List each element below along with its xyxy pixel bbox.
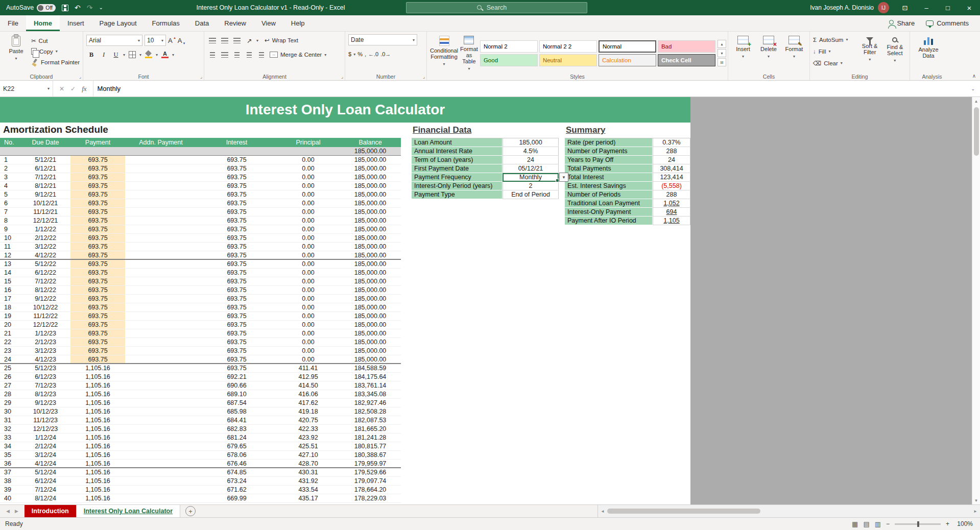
amort-payment[interactable]: 693.75	[70, 156, 125, 164]
amort-payment[interactable]: 693.75	[70, 355, 125, 363]
amort-due-date[interactable]: 8/12/24	[20, 494, 70, 502]
amort-principal[interactable]: 0.00	[277, 321, 340, 329]
amort-principal[interactable]: 0.00	[277, 199, 340, 207]
amort-addn-payment[interactable]	[125, 460, 197, 467]
amort-due-date[interactable]: 5/12/24	[20, 468, 70, 476]
fin-value-interest-only-period-years[interactable]: 2	[503, 182, 559, 190]
format-cells-button[interactable]: Format ▾	[782, 34, 806, 72]
amort-payment[interactable]: 1,105.16	[70, 425, 125, 433]
amort-principal[interactable]: 0.00	[277, 182, 340, 190]
amort-no[interactable]: 20	[0, 321, 20, 329]
clipboard-dialog-launcher-icon[interactable]: ⌟	[79, 74, 81, 79]
comments-button[interactable]: Comments	[926, 19, 969, 27]
summary-label-traditional-loan-payment[interactable]: Traditional Loan Payment	[565, 199, 653, 208]
copy-button[interactable]: Copy▾	[31, 46, 80, 57]
name-box-dropdown-icon[interactable]: ▾	[47, 86, 50, 91]
amort-interest[interactable]: 671.62	[197, 486, 277, 494]
amort-principal[interactable]: 412.95	[277, 373, 340, 381]
amort-balance[interactable]: 182,927.46	[340, 399, 401, 407]
amort-principal[interactable]: 0.00	[277, 329, 340, 338]
amort-no[interactable]: 2	[0, 164, 20, 173]
amort-addn-payment[interactable]	[125, 321, 197, 329]
sheet-tab-interest-only-loan-calculator[interactable]: Interest Only Loan Calculator	[77, 505, 180, 517]
decrease-decimal-icon[interactable]: .0→	[380, 51, 391, 57]
style-chip-calculation[interactable]: Calculation	[599, 54, 656, 66]
amort-principal[interactable]: 0.00	[277, 173, 340, 181]
amort-no[interactable]: 15	[0, 277, 20, 285]
fin-label-annual-interest-rate[interactable]: Annual Interest Rate	[412, 147, 503, 156]
fin-label-interest-only-period-years[interactable]: Interest-Only Period (years)	[412, 182, 503, 190]
amort-no[interactable]: 24	[0, 355, 20, 363]
amort-due-date[interactable]: 11/12/21	[20, 208, 70, 216]
amort-balance[interactable]: 185,000.00	[340, 182, 401, 190]
amort-principal[interactable]: 422.33	[277, 425, 340, 433]
amort-no[interactable]: 34	[0, 442, 20, 450]
amort-no[interactable]: 12	[0, 251, 20, 259]
amort-due-date[interactable]: 1/12/23	[20, 329, 70, 338]
amort-payment[interactable]: 693.75	[70, 225, 125, 233]
amort-no[interactable]: 7	[0, 208, 20, 216]
amort-balance[interactable]: 185,000.00	[340, 303, 401, 311]
amort-no[interactable]: 6	[0, 199, 20, 207]
amort-due-date[interactable]: 7/12/23	[20, 381, 70, 390]
amort-due-date[interactable]: 8/12/23	[20, 390, 70, 398]
page-layout-view-icon[interactable]: ▤	[863, 520, 869, 528]
style-chip-normal-2[interactable]: Normal 2	[480, 40, 538, 53]
amort-payment[interactable]: 693.75	[70, 173, 125, 181]
amort-addn-payment[interactable]	[125, 329, 197, 338]
amort-no[interactable]: 31	[0, 416, 20, 424]
zoom-slider-thumb[interactable]	[917, 521, 919, 527]
amort-principal[interactable]: 416.06	[277, 390, 340, 398]
amort-due-date[interactable]: 9/12/23	[20, 399, 70, 407]
amort-balance[interactable]: 185,000.00	[340, 260, 401, 268]
amort-balance[interactable]: 185,000.00	[340, 277, 401, 285]
amort-interest[interactable]: 693.75	[197, 303, 277, 311]
italic-button[interactable]: I	[99, 50, 109, 60]
amort-balance[interactable]: 185,000.00	[340, 208, 401, 216]
save-icon[interactable]	[62, 5, 68, 11]
summary-value-interest-only-payment[interactable]: 694	[653, 208, 690, 216]
fill-color-button[interactable]	[144, 50, 154, 60]
amort-addn-payment[interactable]	[125, 364, 197, 372]
amort-addn-payment[interactable]	[125, 338, 197, 346]
amort-balance[interactable]: 181,665.20	[340, 425, 401, 433]
amort-payment[interactable]: 1,105.16	[70, 373, 125, 381]
amort-balance[interactable]: 185,000.00	[340, 286, 401, 294]
amort-principal[interactable]: 435.17	[277, 494, 340, 502]
amort-interest[interactable]: 693.75	[197, 234, 277, 242]
amort-due-date[interactable]: 4/12/23	[20, 355, 70, 363]
underline-button[interactable]: U	[111, 50, 121, 60]
search-box[interactable]	[406, 2, 587, 13]
sheet-banner[interactable]: Interest Only Loan Calculator	[0, 97, 690, 123]
amort-interest[interactable]: 674.85	[197, 468, 277, 476]
amort-no[interactable]: 10	[0, 234, 20, 242]
amort-principal[interactable]: 433.54	[277, 486, 340, 494]
amort-payment[interactable]: 693.75	[70, 216, 125, 225]
amort-principal[interactable]: 0.00	[277, 156, 340, 164]
amort-principal[interactable]: 0.00	[277, 208, 340, 216]
amort-principal[interactable]: 0.00	[277, 338, 340, 346]
fin-value-term-of-loan-years[interactable]: 24	[503, 156, 559, 164]
amort-balance[interactable]: 185,000.00	[340, 164, 401, 173]
amort-addn-payment[interactable]	[125, 416, 197, 424]
financial-data-heading[interactable]: Financial Data	[413, 125, 471, 135]
amort-no[interactable]: 21	[0, 329, 20, 338]
bold-button[interactable]: B	[86, 50, 97, 60]
amort-payment[interactable]: 693.75	[70, 260, 125, 268]
amort-due-date[interactable]: 7/12/21	[20, 173, 70, 181]
amort-addn-payment[interactable]	[125, 355, 197, 363]
name-box[interactable]: K22 ▾	[0, 81, 53, 97]
amort-principal[interactable]: 0.00	[277, 243, 340, 251]
close-icon[interactable]: ×	[959, 0, 980, 15]
summary-label-total-payments[interactable]: Total Payments	[565, 164, 653, 173]
format-painter-button[interactable]: Format Painter	[31, 57, 80, 67]
borders-button[interactable]	[127, 50, 137, 60]
align-top-icon[interactable]	[207, 35, 218, 45]
amort-interest[interactable]: 676.46	[197, 460, 277, 467]
amort-due-date[interactable]: 5/12/23	[20, 364, 70, 372]
summary-label-rate-per-period[interactable]: Rate (per period)	[565, 138, 653, 147]
amort-interest[interactable]: 693.75	[197, 355, 277, 363]
amort-due-date[interactable]: 8/12/21	[20, 182, 70, 190]
amort-balance[interactable]: 185,000.00	[340, 156, 401, 164]
amort-balance[interactable]: 185,000.00	[340, 329, 401, 338]
